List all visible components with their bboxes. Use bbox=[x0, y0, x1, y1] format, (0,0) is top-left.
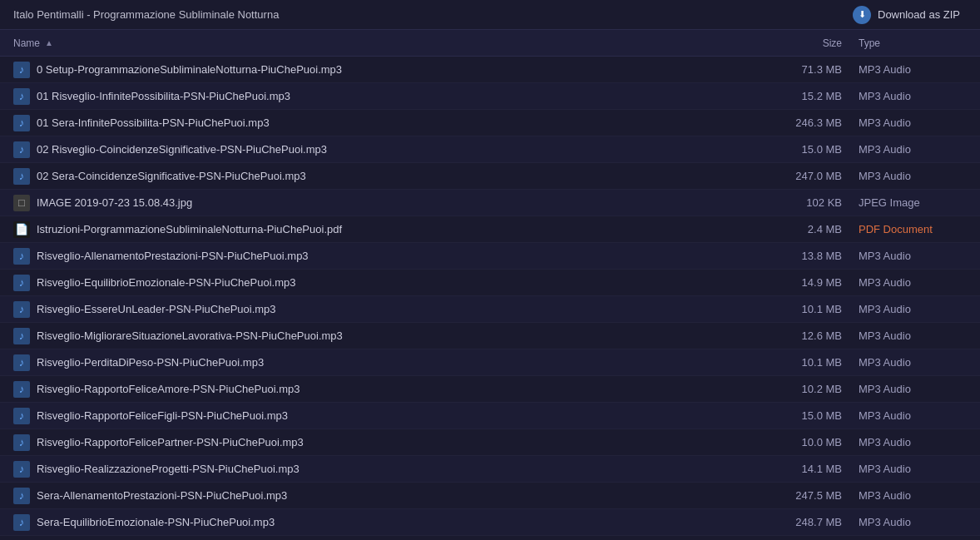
app-header: Italo Pentimalli - Programmazione Sublim… bbox=[0, 0, 980, 30]
file-type: MP3 Audio bbox=[859, 250, 967, 262]
table-row[interactable]: ♪ Risveglio-RapportoFeliceFigli-PSN-PiuC… bbox=[0, 403, 980, 429]
file-icon-mp3: ♪ bbox=[13, 62, 30, 78]
table-row[interactable]: ♪ Sera-EquilibrioEmozionale-PSN-PiuChePu… bbox=[0, 509, 980, 536]
file-icon-mp3: ♪ bbox=[13, 434, 30, 451]
file-name: IMAGE 2019-07-23 15.08.43.jpg bbox=[37, 196, 767, 209]
table-row[interactable]: 📄 Istruzioni-PorgrammazioneSubliminaleNo… bbox=[0, 216, 980, 243]
page-title: Italo Pentimalli - Programmazione Sublim… bbox=[13, 8, 279, 21]
file-type: MP3 Audio bbox=[859, 356, 967, 369]
file-size: 2.4 MB bbox=[767, 223, 859, 235]
file-size: 10.2 MB bbox=[767, 383, 859, 395]
file-size: 14.1 MB bbox=[767, 463, 859, 475]
file-icon-mp3: ♪ bbox=[13, 461, 30, 478]
file-type: MP3 Audio bbox=[859, 329, 967, 342]
file-type: MP3 Audio bbox=[859, 303, 967, 315]
file-size: 12.6 MB bbox=[767, 329, 859, 342]
file-icon-mp3: ♪ bbox=[13, 168, 30, 185]
file-size: 102 KB bbox=[767, 196, 859, 209]
file-type: MP3 Audio bbox=[859, 436, 967, 448]
file-name: Risveglio-RapportoFelicePartner-PSN-PiuC… bbox=[37, 436, 767, 448]
file-icon-mp3: ♪ bbox=[13, 408, 30, 424]
table-row[interactable]: □ IMAGE 2019-07-23 15.08.43.jpg 102 KB J… bbox=[0, 190, 980, 216]
file-name: 02 Risveglio-CoincidenzeSignificative-PS… bbox=[37, 143, 767, 156]
column-size[interactable]: Size bbox=[767, 37, 859, 49]
table-header: Name ▲ Size Type bbox=[0, 30, 980, 57]
zip-icon: ⬇ bbox=[853, 6, 871, 24]
file-size: 247.0 MB bbox=[767, 170, 859, 182]
file-size: 10.1 MB bbox=[767, 356, 859, 369]
file-type: MP3 Audio bbox=[859, 516, 967, 528]
file-type: MP3 Audio bbox=[859, 276, 967, 289]
table-row[interactable]: ♪ Risveglio-RapportoFeliceAmore-PSN-PiuC… bbox=[0, 376, 980, 403]
file-name: Sera-EquilibrioEmozionale-PSN-PiuChePuoi… bbox=[37, 516, 767, 528]
file-name: Risveglio-AllenamentoPrestazioni-PSN-Piu… bbox=[37, 250, 767, 262]
file-name: Istruzioni-PorgrammazioneSubliminaleNott… bbox=[37, 223, 767, 235]
file-name: Risveglio-PerditaDiPeso-PSN-PiuChePuoi.m… bbox=[37, 356, 767, 369]
file-type: MP3 Audio bbox=[859, 170, 967, 182]
file-type: MP3 Audio bbox=[859, 116, 967, 129]
file-size: 15.0 MB bbox=[767, 409, 859, 422]
file-size: 14.9 MB bbox=[767, 276, 859, 289]
file-icon-mp3: ♪ bbox=[13, 488, 30, 504]
file-size: 71.3 MB bbox=[767, 63, 859, 76]
file-icon-mp3: ♪ bbox=[13, 514, 30, 531]
file-size: 246.3 MB bbox=[767, 116, 859, 129]
file-name: 0 Setup-ProgrammazioneSubliminaleNotturn… bbox=[37, 63, 767, 76]
table-row[interactable]: ♪ Risveglio-MigliorareSituazioneLavorati… bbox=[0, 323, 980, 349]
file-icon-mp3: ♪ bbox=[13, 328, 30, 344]
file-name: 02 Sera-CoincidenzeSignificative-PSN-Piu… bbox=[37, 170, 767, 182]
file-size: 15.0 MB bbox=[767, 143, 859, 156]
table-row[interactable]: ♪ Risveglio-PerditaDiPeso-PSN-PiuChePuoi… bbox=[0, 349, 980, 376]
file-icon-mp3: ♪ bbox=[13, 115, 30, 131]
download-zip-button[interactable]: ⬇ Download as ZIP bbox=[846, 2, 967, 27]
table-row[interactable]: ♪ 02 Risveglio-CoincidenzeSignificative-… bbox=[0, 136, 980, 163]
file-icon-mp3: ♪ bbox=[13, 88, 30, 105]
file-list: ♪ 0 Setup-ProgrammazioneSubliminaleNottu… bbox=[0, 57, 980, 536]
file-icon-mp3: ♪ bbox=[13, 301, 30, 318]
column-type[interactable]: Type bbox=[859, 37, 967, 49]
file-name: 01 Risveglio-InfinitePossibilita-PSN-Piu… bbox=[37, 90, 767, 102]
file-name: Risveglio-RapportoFeliceAmore-PSN-PiuChe… bbox=[37, 383, 767, 395]
file-icon-mp3: ♪ bbox=[13, 248, 30, 265]
column-name[interactable]: Name ▲ bbox=[13, 37, 767, 49]
table-row[interactable]: ♪ Risveglio-AllenamentoPrestazioni-PSN-P… bbox=[0, 243, 980, 270]
table-row[interactable]: ♪ 02 Sera-CoincidenzeSignificative-PSN-P… bbox=[0, 163, 980, 190]
file-type: PDF Document bbox=[859, 223, 967, 235]
table-row[interactable]: ♪ Risveglio-EssereUnLeader-PSN-PiuChePuo… bbox=[0, 296, 980, 323]
file-type: MP3 Audio bbox=[859, 409, 967, 422]
download-zip-label: Download as ZIP bbox=[878, 8, 960, 21]
file-type: MP3 Audio bbox=[859, 383, 967, 395]
table-row[interactable]: ♪ Risveglio-RapportoFelicePartner-PSN-Pi… bbox=[0, 429, 980, 456]
table-row[interactable]: ♪ 01 Risveglio-InfinitePossibilita-PSN-P… bbox=[0, 83, 980, 110]
file-type: MP3 Audio bbox=[859, 463, 967, 475]
file-name: Risveglio-RealizzazioneProgetti-PSN-PiuC… bbox=[37, 463, 767, 475]
file-name: Sera-AllenamentoPrestazioni-PSN-PiuChePu… bbox=[37, 489, 767, 502]
file-size: 10.0 MB bbox=[767, 436, 859, 448]
sort-arrow-icon: ▲ bbox=[45, 38, 53, 47]
file-icon-mp3: ♪ bbox=[13, 141, 30, 158]
file-name: Risveglio-RapportoFeliceFigli-PSN-PiuChe… bbox=[37, 409, 767, 422]
file-type: MP3 Audio bbox=[859, 63, 967, 76]
file-type: MP3 Audio bbox=[859, 90, 967, 102]
file-icon-jpg: □ bbox=[13, 195, 30, 211]
file-type: JPEG Image bbox=[859, 196, 967, 209]
file-type: MP3 Audio bbox=[859, 143, 967, 156]
file-size: 247.5 MB bbox=[767, 489, 859, 502]
file-icon-mp3: ♪ bbox=[13, 275, 30, 291]
file-name: Risveglio-EquilibrioEmozionale-PSN-PiuCh… bbox=[37, 276, 767, 289]
file-size: 13.8 MB bbox=[767, 250, 859, 262]
table-row[interactable]: ♪ 01 Sera-InfinitePossibilita-PSN-PiuChe… bbox=[0, 110, 980, 136]
file-icon-mp3: ♪ bbox=[13, 354, 30, 371]
table-row[interactable]: ♪ Sera-AllenamentoPrestazioni-PSN-PiuChe… bbox=[0, 483, 980, 509]
file-name: Risveglio-MigliorareSituazioneLavorativa… bbox=[37, 329, 767, 342]
file-name: Risveglio-EssereUnLeader-PSN-PiuChePuoi.… bbox=[37, 303, 767, 315]
file-icon-pdf: 📄 bbox=[13, 221, 30, 238]
table-row[interactable]: ♪ Risveglio-EquilibrioEmozionale-PSN-Piu… bbox=[0, 270, 980, 296]
table-row[interactable]: ♪ Risveglio-RealizzazioneProgetti-PSN-Pi… bbox=[0, 456, 980, 483]
file-size: 248.7 MB bbox=[767, 516, 859, 528]
table-row[interactable]: ♪ 0 Setup-ProgrammazioneSubliminaleNottu… bbox=[0, 57, 980, 83]
file-type: MP3 Audio bbox=[859, 489, 967, 502]
file-name: 01 Sera-InfinitePossibilita-PSN-PiuChePu… bbox=[37, 116, 767, 129]
file-size: 10.1 MB bbox=[767, 303, 859, 315]
file-icon-mp3: ♪ bbox=[13, 381, 30, 398]
